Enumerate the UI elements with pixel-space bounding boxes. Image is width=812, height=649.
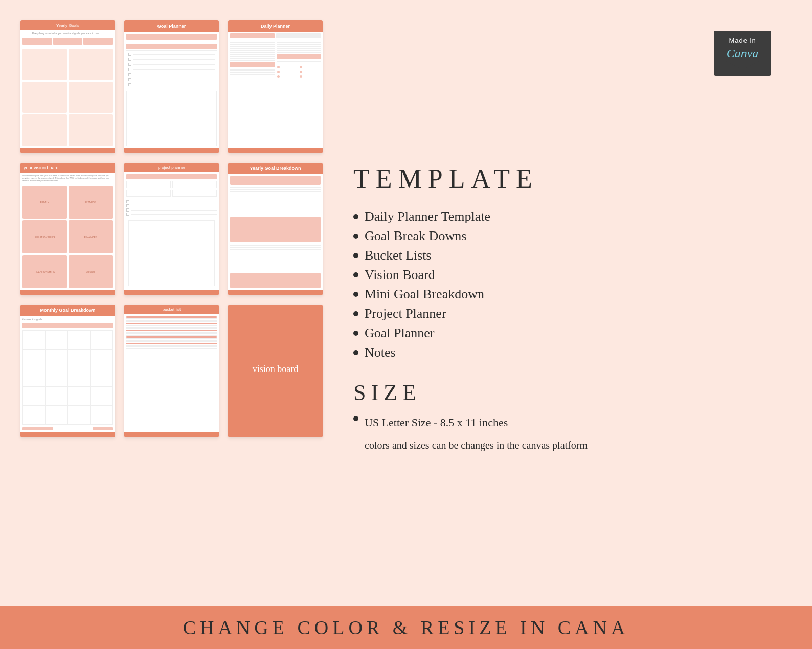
bucket-body: [124, 314, 219, 432]
yearly-goals-subtitle: Everything about what you want and goals…: [20, 30, 115, 36]
mb-c5: [23, 350, 45, 368]
cb-line: [133, 75, 215, 75]
yearly-box-4: [69, 82, 113, 113]
dl-3: [230, 46, 275, 47]
daily-col-right: [277, 42, 321, 146]
feature-6: Project Planner: [353, 306, 761, 321]
feature-label-5: Mini Goal Breakdown: [365, 287, 484, 302]
yearly-box-5: [22, 114, 67, 146]
card-footer: [20, 290, 115, 295]
project-notes: [128, 220, 215, 286]
feature-7: Goal Planner: [353, 326, 761, 341]
bl-thin1: [126, 318, 217, 319]
card-footer: [228, 290, 323, 295]
cb-line: [133, 85, 215, 85]
yearly-box-1: [22, 49, 67, 80]
vision-board-large-card: vision board: [228, 305, 323, 437]
card-footer: [124, 290, 219, 295]
daily-date-row: [230, 33, 321, 38]
bl-thick4: [126, 336, 217, 338]
cb-line: [133, 64, 215, 65]
yearly-goals-card: Yearly Goals Everything about what you w…: [20, 20, 115, 153]
bl-thick5: [126, 343, 217, 344]
monthly-subtitle: this months goals: [22, 318, 113, 321]
mb-c12: [91, 368, 112, 387]
yb-l2: [230, 189, 321, 190]
yb-l5: [230, 247, 321, 248]
daily-cols: [228, 40, 323, 148]
gp-cb-5: [128, 73, 215, 76]
yb-l1: [230, 187, 321, 188]
goal-planner-rows: [124, 42, 219, 89]
mb-c11: [68, 368, 90, 387]
notes-area: [126, 91, 217, 146]
bl-thin5: [126, 327, 217, 328]
cb-sq: [128, 53, 131, 56]
size-title: SIZE: [353, 380, 761, 406]
features-list: Daily Planner Template Goal Break Downs …: [353, 209, 761, 364]
dr-4: [277, 48, 321, 49]
yearly-cell-1: [22, 38, 52, 45]
project-field-4: [172, 190, 217, 197]
canva-badge: Made in Canva: [714, 31, 771, 76]
monthly-table: [22, 330, 113, 425]
feature-label-3: Bucket Lists: [365, 248, 432, 263]
pc-3: [126, 208, 217, 212]
cb-line: [133, 69, 215, 70]
pc-sq: [126, 204, 129, 207]
notes-header: [277, 54, 321, 59]
mb-c20: [91, 406, 112, 424]
yb-l3: [230, 191, 321, 192]
bl-thin7: [126, 332, 217, 333]
dot-2: [300, 66, 302, 68]
dl-1: [230, 42, 275, 43]
monthly-bar: [22, 323, 113, 328]
cb-sq: [128, 83, 131, 86]
card-title-bucket: bucket list: [124, 305, 219, 314]
card-footer: [20, 432, 115, 437]
dl-11: [230, 69, 275, 71]
yb-l4: [230, 245, 321, 246]
card-title-yearly-breakdown: Yearly Goal Breakdown: [228, 163, 323, 174]
card-title-yearly-goals: Yearly Goals: [20, 20, 115, 30]
dl-4: [230, 48, 275, 49]
project-planner-card: project planner: [124, 163, 219, 295]
bottom-banner: CHANGE COLOR & RESIZE IN CANA: [0, 606, 812, 649]
cb-sq: [128, 78, 131, 81]
feature-2: Goal Break Downs: [353, 228, 761, 244]
feature-1: Daily Planner Template: [353, 209, 761, 224]
mf-bar1: [22, 427, 53, 430]
card-title-project-planner: project planner: [124, 163, 219, 172]
mb-c3: [68, 331, 90, 349]
dot-1: [277, 66, 280, 68]
goals-bar: [276, 33, 321, 38]
yb-lines: [230, 187, 321, 214]
project-checklist: [126, 200, 217, 217]
feature-3: Bucket Lists: [353, 248, 761, 263]
feature-8: Notes: [353, 345, 761, 360]
dr-5: [277, 50, 321, 51]
feature-4: Vision Board: [353, 267, 761, 283]
vb-finances: FINANCES: [69, 220, 113, 253]
project-field-2: [172, 181, 217, 188]
dl-9: [230, 58, 275, 59]
bullet-1: [353, 214, 358, 219]
dl-7: [230, 54, 275, 55]
bullet-4: [353, 272, 358, 277]
todo-header: [230, 62, 275, 67]
bullet-5: [353, 292, 358, 297]
monthly-footer: [22, 427, 113, 430]
bl-thin14: [126, 346, 217, 347]
cb-line: [133, 80, 215, 80]
goal-planner-card: Goal Planner: [124, 20, 219, 153]
dot-3: [277, 71, 280, 73]
dr-6: [277, 52, 321, 53]
gp-cb-3: [128, 63, 215, 66]
vision-board-large-title: vision board: [253, 364, 299, 375]
monthly-body: this months goals: [20, 316, 115, 432]
card-footer: [124, 148, 219, 153]
mb-c16: [91, 387, 112, 405]
yearly-box-6: [69, 114, 113, 146]
dr-7: [277, 61, 321, 62]
mb-c14: [46, 387, 67, 405]
